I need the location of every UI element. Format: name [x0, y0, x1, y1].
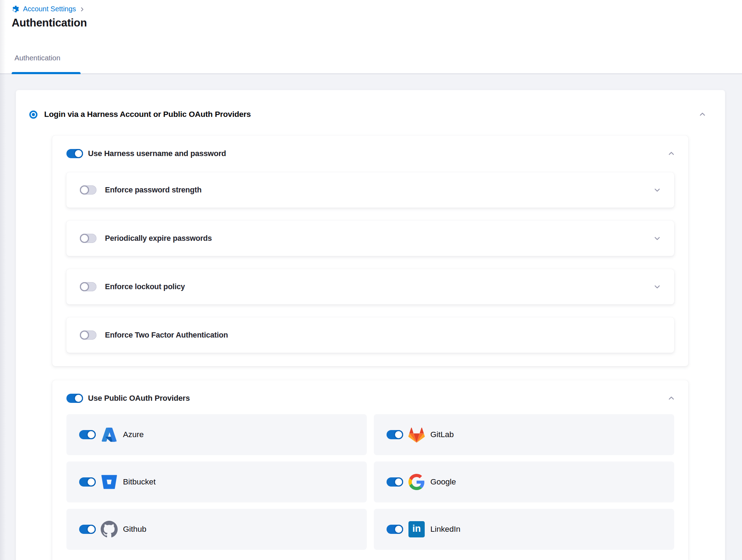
breadcrumb-link-account-settings[interactable]: Account Settings [23, 5, 76, 13]
provider-tile-linkedin: in LinkedIn [374, 509, 674, 550]
provider-tile-google: Google [374, 461, 674, 502]
oauth-providers-card: Use Public OAuth Providers Azure [52, 380, 688, 560]
gear-icon [12, 5, 20, 13]
expire-passwords-toggle[interactable] [80, 234, 96, 243]
oauth-provider-grid: Azure G [52, 403, 688, 560]
content-area: Login via a Harness Account or Public OA… [0, 90, 742, 560]
provider-tile-gitlab: GitLab [374, 414, 674, 455]
username-password-card: Use Harness username and password Enforc… [52, 136, 688, 366]
collapse-chevron-up-icon[interactable] [698, 110, 707, 119]
oauth-providers-toggle[interactable] [66, 394, 83, 403]
gitlab-icon [408, 426, 425, 443]
lockout-policy-toggle[interactable] [80, 282, 96, 291]
expand-chevron-down-icon[interactable] [653, 186, 661, 194]
login-method-section-header: Login via a Harness Account or Public OA… [16, 90, 725, 119]
option-label: Periodically expire passwords [105, 234, 653, 243]
password-strength-toggle[interactable] [80, 185, 96, 195]
option-row-expire-passwords[interactable]: Periodically expire passwords [66, 221, 674, 256]
collapse-chevron-up-icon[interactable] [667, 394, 676, 403]
gitlab-toggle[interactable] [387, 430, 403, 439]
collapse-chevron-up-icon[interactable] [667, 149, 676, 158]
page-title: Authentication [0, 13, 742, 29]
username-password-toggle[interactable] [66, 149, 83, 158]
login-method-radio[interactable] [29, 111, 37, 119]
option-row-lockout-policy[interactable]: Enforce lockout policy [66, 269, 674, 304]
active-tab-underline [12, 72, 81, 74]
password-options-list: Enforce password strength Periodically e… [52, 158, 688, 366]
provider-label: Google [430, 477, 456, 487]
tab-authentication[interactable]: Authentication [12, 52, 81, 73]
breadcrumb: Account Settings [0, 0, 742, 13]
oauth-providers-label: Use Public OAuth Providers [88, 394, 667, 403]
provider-tile-bitbucket: Bitbucket [66, 461, 367, 502]
option-label: Enforce Two Factor Authentication [105, 331, 661, 340]
bitbucket-toggle[interactable] [79, 477, 96, 487]
azure-toggle[interactable] [79, 430, 96, 439]
option-label: Enforce password strength [105, 186, 653, 195]
provider-label: GitLab [430, 430, 454, 439]
bitbucket-icon [100, 473, 118, 491]
linkedin-toggle[interactable] [387, 525, 403, 534]
login-method-title: Login via a Harness Account or Public OA… [44, 110, 698, 119]
two-factor-toggle[interactable] [80, 330, 96, 340]
username-password-label: Use Harness username and password [88, 149, 667, 158]
option-label: Enforce lockout policy [105, 282, 653, 291]
azure-icon [100, 426, 118, 443]
google-toggle[interactable] [387, 477, 403, 487]
provider-label: LinkedIn [430, 525, 460, 534]
oauth-providers-header: Use Public OAuth Providers [52, 380, 688, 403]
tab-label: Authentication [14, 54, 60, 62]
auth-mechanisms-card: Login via a Harness Account or Public OA… [16, 90, 725, 560]
page-header: Account Settings Authentication Authenti… [0, 0, 742, 74]
github-icon [100, 520, 118, 538]
google-icon [408, 473, 425, 491]
username-password-header: Use Harness username and password [52, 136, 688, 158]
provider-tile-azure: Azure [66, 414, 367, 455]
provider-tile-github: Github [66, 509, 367, 550]
github-toggle[interactable] [79, 525, 96, 534]
expand-chevron-down-icon[interactable] [653, 234, 661, 243]
provider-label: Bitbucket [123, 477, 156, 487]
linkedin-icon: in [408, 520, 425, 538]
option-row-two-factor[interactable]: Enforce Two Factor Authentication [66, 317, 674, 353]
option-row-password-strength[interactable]: Enforce password strength [66, 172, 674, 208]
tab-bar: Authentication [0, 52, 742, 74]
expand-chevron-down-icon[interactable] [653, 282, 661, 291]
provider-label: Github [123, 525, 146, 534]
chevron-right-icon [79, 6, 85, 12]
provider-label: Azure [123, 430, 144, 439]
